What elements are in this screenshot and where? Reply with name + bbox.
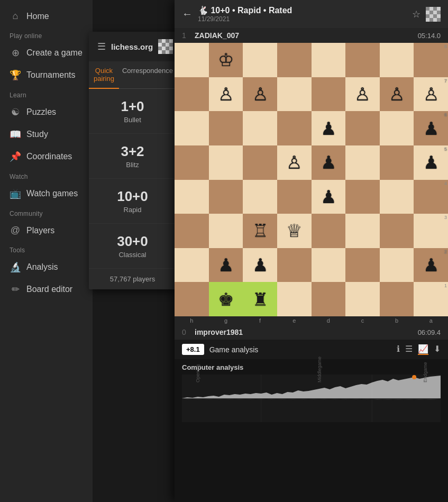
- chart-icon[interactable]: 📈: [418, 344, 428, 355]
- quick-panel-header: ☰ lichess.org: [89, 32, 176, 61]
- sidebar-item-puzzles[interactable]: ☯ Puzzles: [0, 101, 93, 123]
- chess-square-r7c5[interactable]: [345, 282, 380, 316]
- chess-square-r4c0[interactable]: [175, 180, 209, 214]
- game-type-title: 🐇 10+0 • Rapid • Rated: [198, 5, 407, 15]
- chess-square-r6c3[interactable]: [277, 248, 312, 282]
- chess-square-r4c1[interactable]: [209, 180, 243, 214]
- chess-square-r7c1[interactable]: ♚: [209, 282, 243, 316]
- chess-square-r4c3[interactable]: [277, 180, 312, 214]
- chess-square-r1c1[interactable]: ♙: [209, 77, 243, 112]
- chess-square-r7c2[interactable]: ♜: [243, 282, 277, 316]
- list-icon[interactable]: ☰: [405, 344, 413, 355]
- chess-square-r0c4[interactable]: [312, 43, 346, 77]
- chess-square-r0c5[interactable]: [345, 43, 380, 77]
- chess-square-r3c3[interactable]: ♙: [277, 145, 312, 180]
- chess-square-r2c1[interactable]: [209, 111, 243, 145]
- file-f: f: [243, 317, 277, 324]
- chess-square-r3c2[interactable]: [243, 145, 277, 180]
- chess-square-r5c0[interactable]: [175, 214, 209, 248]
- chess-square-r2c4[interactable]: ♟: [312, 111, 346, 145]
- chess-square-r6c7[interactable]: ♟2: [414, 248, 448, 282]
- info-icon[interactable]: ℹ: [397, 344, 400, 355]
- back-button[interactable]: ←: [182, 8, 193, 20]
- sidebar-item-tournaments[interactable]: 🏆 Tournaments: [0, 64, 93, 86]
- chess-square-r2c7[interactable]: ♟6: [414, 111, 448, 145]
- chess-square-r1c5[interactable]: ♙: [345, 77, 380, 112]
- sidebar-item-watch-games[interactable]: 📺 Watch games: [0, 182, 93, 205]
- chess-square-r5c3[interactable]: ♕: [277, 214, 312, 248]
- chess-square-r3c6[interactable]: [380, 145, 414, 180]
- chess-square-r3c0[interactable]: [175, 145, 209, 180]
- chess-square-r0c7[interactable]: 8: [414, 43, 448, 77]
- chess-square-r4c6[interactable]: [380, 180, 414, 214]
- sidebar-item-label: Home: [26, 12, 49, 21]
- sidebar-item-label: Players: [26, 226, 54, 235]
- chess-square-r6c0[interactable]: [175, 248, 209, 282]
- chess-square-r3c1[interactable]: [209, 145, 243, 180]
- chess-square-r6c4[interactable]: [312, 248, 346, 282]
- download-icon[interactable]: ⬇: [434, 344, 441, 355]
- chess-square-r6c6[interactable]: [380, 248, 414, 282]
- chess-square-r4c4[interactable]: ♟: [312, 180, 346, 214]
- chess-square-r1c3[interactable]: [277, 77, 312, 112]
- chess-square-r6c2[interactable]: ♟: [243, 248, 277, 282]
- chess-square-r3c4[interactable]: ♟: [312, 145, 346, 180]
- chess-square-r2c3[interactable]: [277, 111, 312, 145]
- chess-square-r0c2[interactable]: [243, 43, 277, 77]
- sidebar-section-watch: Watch: [0, 168, 93, 182]
- chess-square-r4c2[interactable]: [243, 180, 277, 214]
- chess-square-r7c0[interactable]: [175, 282, 209, 316]
- pairing-bullet[interactable]: 1+0 Bullet: [89, 89, 176, 134]
- chess-square-r7c4[interactable]: [312, 282, 346, 316]
- chess-square-r5c6[interactable]: [380, 214, 414, 248]
- sidebar-item-home[interactable]: ⌂ Home: [0, 5, 93, 27]
- sidebar-item-players[interactable]: @ Players: [0, 220, 93, 241]
- tab-correspondence[interactable]: Correspondence: [119, 61, 176, 88]
- chess-square-r3c7[interactable]: ♟5: [414, 145, 448, 180]
- pairing-blitz[interactable]: 3+2 Blitz: [89, 134, 176, 179]
- chess-square-r5c2[interactable]: ♖: [243, 214, 277, 248]
- file-a: a: [414, 317, 448, 324]
- chess-square-r4c7[interactable]: 4: [414, 180, 448, 214]
- chess-square-r7c3[interactable]: [277, 282, 312, 316]
- chess-square-r2c2[interactable]: [243, 111, 277, 145]
- rank-label-4: 4: [444, 181, 447, 186]
- chess-square-r7c7[interactable]: 1: [414, 282, 448, 316]
- menu-icon[interactable]: ☰: [97, 41, 106, 52]
- chess-square-r2c6[interactable]: [380, 111, 414, 145]
- chess-square-r5c1[interactable]: [209, 214, 243, 248]
- chess-square-r4c5[interactable]: [345, 180, 380, 214]
- chess-square-r3c5[interactable]: [345, 145, 380, 180]
- sidebar-item-label: Watch games: [26, 189, 78, 198]
- sidebar-item-study[interactable]: 📖 Study: [0, 123, 93, 145]
- file-g: g: [209, 317, 243, 324]
- chess-square-r1c0[interactable]: [175, 77, 209, 112]
- chess-square-r6c5[interactable]: [345, 248, 380, 282]
- sidebar-item-create-game[interactable]: ⊕ Create a game: [0, 42, 93, 64]
- sidebar-item-coordinates[interactable]: 📌 Coordinates: [0, 145, 93, 168]
- chess-square-r5c7[interactable]: 3: [414, 214, 448, 248]
- chess-square-r7c6[interactable]: [380, 282, 414, 316]
- chess-square-r0c0[interactable]: [175, 43, 209, 77]
- chess-square-r1c6[interactable]: ♙: [380, 77, 414, 112]
- chess-square-r1c2[interactable]: ♙: [243, 77, 277, 112]
- chess-square-r0c3[interactable]: [277, 43, 312, 77]
- middlegame-label: Middlegame: [317, 357, 322, 382]
- chess-square-r0c1[interactable]: ♔: [209, 43, 243, 77]
- tab-quick-pairing[interactable]: Quick pairing: [89, 61, 119, 89]
- chess-square-r5c4[interactable]: [312, 214, 346, 248]
- ca-title: Computer analysis: [182, 363, 441, 371]
- chess-square-r5c5[interactable]: [345, 214, 380, 248]
- bookmark-icon[interactable]: ☆: [412, 8, 420, 20]
- sidebar-item-analysis[interactable]: 🔬 Analysis: [0, 256, 93, 278]
- pairing-rapid[interactable]: 10+0 Rapid: [89, 179, 176, 224]
- analysis-chart-svg: [182, 375, 441, 422]
- chess-square-r1c4[interactable]: [312, 77, 346, 112]
- chess-square-r2c0[interactable]: [175, 111, 209, 145]
- chess-square-r0c6[interactable]: [380, 43, 414, 77]
- chess-square-r2c5[interactable]: [345, 111, 380, 145]
- chess-square-r6c1[interactable]: ♟: [209, 248, 243, 282]
- sidebar-item-board-editor[interactable]: ✏ Board editor: [0, 278, 93, 300]
- chess-square-r1c7[interactable]: ♙7: [414, 77, 448, 112]
- pairing-classical[interactable]: 30+0 Classical: [89, 224, 176, 269]
